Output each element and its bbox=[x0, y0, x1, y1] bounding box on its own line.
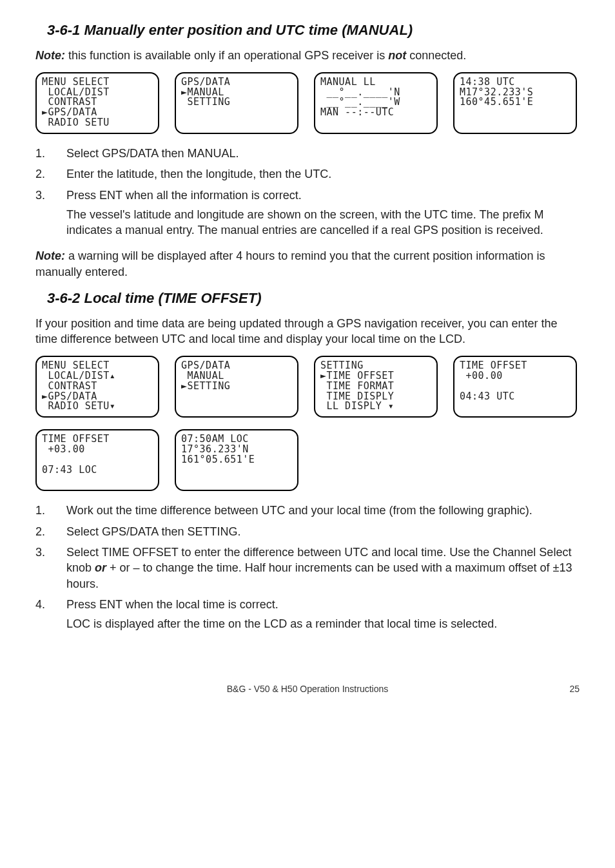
note2-text: a warning will be displayed after 4 hour… bbox=[35, 249, 545, 278]
note-3-6-1-2: Note: a warning will be displayed after … bbox=[35, 248, 580, 280]
lcd-screen: MENU SELECT LOCAL/DIST▴ CONTRAST ►GPS/DA… bbox=[35, 356, 159, 418]
lcd-screen: 14:38 UTC M17°32.233'S 160°45.651'E bbox=[453, 72, 577, 134]
lcd-row-361: MENU SELECT LOCAL/DIST CONTRAST ►GPS/DAT… bbox=[35, 72, 580, 134]
step-1: Select GPS/DATA then MANUAL. bbox=[35, 146, 580, 161]
lcd-screen: 07:50AM LOC 17°36.233'N 161°05.651'E bbox=[175, 429, 298, 491]
lcd-screen: MANUAL LL __°__.____'N __°__.____'W MAN … bbox=[314, 72, 438, 134]
step-3-sub: The vessel's latitude and longitude are … bbox=[66, 207, 580, 238]
step-3: Press ENT when all the information is co… bbox=[35, 188, 580, 238]
step-4-sub: LOC is displayed after the time on the L… bbox=[66, 616, 580, 632]
lcd-screen: SETTING ►TIME OFFSET TIME FORMAT TIME DI… bbox=[314, 356, 438, 418]
note-3-6-1-1: Note: this function is available only if… bbox=[35, 48, 580, 63]
steps-361: Select GPS/DATA then MANUAL. Enter the l… bbox=[35, 146, 580, 238]
step-2: Select GPS/DATA then SETTING. bbox=[35, 524, 580, 539]
step-4-text: Press ENT when the local time is correct… bbox=[66, 598, 278, 611]
lcd-screen: TIME OFFSET +03.00 07:43 LOC bbox=[35, 429, 159, 491]
footer-center: B&G - V50 & H50 Operation Instructions bbox=[227, 683, 389, 695]
step-1: Work out the time difference between UTC… bbox=[35, 503, 580, 518]
step-4: Press ENT when the local time is correct… bbox=[35, 597, 580, 632]
lcd-screen: GPS/DATA MANUAL ►SETTING bbox=[175, 356, 298, 418]
note-label: Note: bbox=[35, 249, 65, 262]
footer-page-number: 25 bbox=[569, 683, 580, 695]
page-footer: B&G - V50 & H50 Operation Instructions 2… bbox=[35, 683, 580, 695]
lcd-row-362-a: MENU SELECT LOCAL/DIST▴ CONTRAST ►GPS/DA… bbox=[35, 356, 580, 418]
lcd-screen: MENU SELECT LOCAL/DIST CONTRAST ►GPS/DAT… bbox=[35, 72, 159, 134]
step-3-or: or bbox=[95, 561, 106, 574]
note-emph: not bbox=[388, 49, 406, 62]
lcd-screen: TIME OFFSET +00.00 04:43 UTC bbox=[453, 356, 577, 418]
note-label: Note: bbox=[35, 49, 65, 62]
note-text-2: connected. bbox=[406, 49, 466, 62]
step-3b: + or – to change the time. Half hour inc… bbox=[66, 561, 572, 590]
step-2: Enter the latitude, then the longitude, … bbox=[35, 166, 580, 182]
steps-362: Work out the time difference between UTC… bbox=[35, 503, 580, 632]
step-3-text: Press ENT when all the information is co… bbox=[66, 189, 302, 202]
heading-3-6-1: 3-6-1 Manually enter position and UTC ti… bbox=[47, 21, 580, 40]
intro-362: If your position and time data are being… bbox=[35, 316, 580, 347]
note-text-1: this function is available only if an op… bbox=[65, 49, 388, 62]
step-3: Select TIME OFFSET to enter the differen… bbox=[35, 545, 580, 592]
heading-3-6-2: 3-6-2 Local time (TIME OFFSET) bbox=[47, 289, 580, 308]
lcd-row-362-b: TIME OFFSET +03.00 07:43 LOC 07:50AM LOC… bbox=[35, 429, 580, 491]
lcd-screen: GPS/DATA ►MANUAL SETTING bbox=[175, 72, 298, 134]
